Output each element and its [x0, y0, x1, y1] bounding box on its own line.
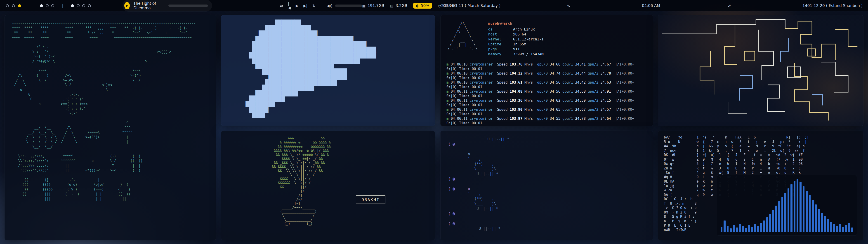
cava-bar — [842, 227, 844, 232]
maze-line — [700, 51, 714, 95]
cava-bar — [781, 197, 783, 232]
miner-log-timeline: 0:[0] Time: 00:01 — [446, 67, 647, 71]
maze-line — [740, 75, 752, 100]
workspace-group-a[interactable] — [40, 4, 54, 7]
cava-bar — [766, 217, 768, 232]
miner-log-line: m 04:06:11 cryptominer Speed 103.90 Mh/s… — [446, 107, 647, 112]
miner-log-timeline: 0:[0] Time: 00:01 — [446, 112, 647, 116]
ascii-map-art: ----------------------------------------… — [5, 15, 216, 207]
persian-date: 1401-12-20 ( Esfand Shanbeh ) — [802, 0, 863, 11]
cava-bar — [794, 181, 796, 232]
volume-icon[interactable]: ◀)) — [327, 4, 332, 8]
player-play-icon[interactable]: ▶ — [124, 2, 130, 9]
maze-line — [662, 20, 785, 34]
maze-line — [812, 95, 822, 105]
bar-system-icons — [6, 4, 21, 7]
workspace-dot[interactable] — [88, 4, 91, 7]
status-bar-right: 2023-03-11 ( March Saturday ) <-- 04:06 … — [434, 0, 868, 11]
cava-bar — [769, 214, 771, 232]
next-track-icon[interactable]: ▶| — [303, 4, 307, 8]
workspace-dot[interactable] — [71, 4, 74, 7]
cava-bar — [839, 224, 841, 232]
cava-bar — [742, 226, 744, 232]
music-player-widget[interactable]: ▶ The Fight of Dilemma — [123, 0, 212, 11]
maze-line — [800, 44, 835, 60]
cava-bars — [721, 179, 853, 232]
workspace-dot[interactable] — [76, 4, 80, 7]
calendar-next-arrow[interactable]: --> — [725, 0, 731, 11]
neofetch-row: kernel6.1.12-arch1-1 — [488, 37, 544, 42]
cava-bar — [800, 182, 801, 232]
workspace-group-b[interactable] — [71, 4, 91, 7]
shuffle-icon[interactable]: ⇄ — [280, 4, 283, 8]
maze-window[interactable] — [658, 15, 864, 126]
ascii-map-terminal[interactable]: ----------------------------------------… — [4, 15, 216, 240]
drakht-label: DRAKHT — [356, 195, 385, 204]
play-pause-icon[interactable]: ▶ — [296, 4, 298, 8]
aquarium-art-line: (**)____, — [448, 196, 645, 201]
percent-badge: ◐ 50% — [413, 3, 432, 8]
maze-line — [768, 85, 785, 111]
aquarium-art-line — [448, 147, 645, 152]
maze-line — [807, 49, 815, 56]
system-info-terminal[interactable]: /\ / \ /\ \ / \ / __ \ / | | \ /_-'' ''-… — [440, 15, 653, 126]
cava-bar — [763, 220, 765, 232]
neofetch-info: murphy@arch osArch Linuxhostx86_64kernel… — [488, 21, 544, 57]
cava-bar — [778, 201, 780, 232]
volume-bar[interactable] — [335, 4, 362, 7]
bonsai-terminal[interactable]: &&& && & &&&&&& & && &&&& & && &&&&&&&&&… — [221, 130, 435, 240]
network-icon[interactable] — [12, 4, 15, 7]
workspace-dot[interactable] — [51, 4, 54, 7]
aquarium-art-line: \___ )\ — [448, 201, 645, 206]
status-bar: ¦ ▶ The Fight of Dilemma ⇄ |◀ ▶ ▶| ↻ ◀)) — [0, 0, 868, 11]
aquarium-art-line: U ||--|| * — [448, 226, 645, 231]
disk-icon: ▣ — [362, 4, 366, 8]
cava-bar — [748, 225, 750, 232]
aquarium-art-line: ` ,_ — [448, 157, 645, 161]
cava-bar — [736, 227, 738, 232]
status-icon[interactable] — [18, 4, 21, 7]
cava-bar — [845, 225, 847, 232]
power-icon[interactable] — [6, 4, 9, 7]
miner-log: m 04:06:10 cryptominer Speed 103.76 Mh/s… — [440, 59, 653, 126]
cava-panel[interactable] — [717, 175, 857, 236]
workspace-dot[interactable] — [82, 4, 85, 7]
track-title: The Fight of Dilemma — [133, 1, 165, 10]
cava-bar — [815, 205, 817, 232]
pixel-blob-art: ████████ ██████████████ ████████████████… — [221, 15, 435, 118]
workspace-dot[interactable] — [46, 4, 49, 7]
disk-value: 191.7GB — [368, 3, 384, 8]
aquarium-terminal[interactable]: U ||--|| *( @ o ` ,_ (**)____, \___ )\ U… — [440, 130, 653, 240]
cava-bar — [824, 216, 826, 232]
aquarium-art-line — [448, 216, 645, 221]
repeat-icon[interactable]: ↻ — [312, 4, 315, 8]
percent-value: 50% — [421, 3, 430, 8]
miner-log-timeline: 0:[0] Time: 00:01 — [446, 103, 647, 107]
neofetch-title: murphy@arch — [488, 21, 544, 26]
aquarium-art: U ||--|| *( @ o ` ,_ (**)____, \___ )\ U… — [440, 131, 653, 237]
previous-track-icon[interactable]: |◀ — [288, 1, 291, 10]
cava-bar — [727, 226, 728, 232]
miner-log-timeline: 0:[0] Time: 00:01 — [446, 76, 647, 80]
media-controls: ⇄ |◀ ▶ ▶| ↻ ◀)) — [280, 1, 362, 10]
aquarium-art-line: ` ,_ — [448, 191, 645, 196]
cava-bar — [739, 224, 741, 232]
maze-line — [724, 25, 737, 65]
miner-log-timeline: 0:[0] Time: 00:01 — [446, 85, 647, 89]
cava-bar — [818, 209, 819, 232]
workspace-dot[interactable] — [40, 4, 43, 7]
pixel-blob-window[interactable]: ████████ ██████████████ ████████████████… — [221, 15, 435, 126]
cava-bar — [754, 224, 756, 232]
neofetch-row: pkgs911 — [488, 47, 544, 52]
matrix-terminal[interactable]: b#/ Yd 1 '{ j m F#X E G . R| |: ;| 5 u| … — [658, 130, 864, 240]
aquarium-art-line — [448, 181, 645, 186]
miner-log-timeline: 0:[0] Time: 00:01 — [446, 94, 647, 98]
brightness-icon: ◐ — [416, 3, 419, 8]
cava-bar — [730, 228, 732, 232]
cava-bar — [848, 223, 850, 232]
cava-bar — [751, 227, 753, 232]
aquarium-art-line: ( @ — [448, 211, 645, 216]
track-progress-bar[interactable] — [168, 4, 208, 7]
maze-line — [785, 21, 812, 44]
bonsai-art: &&& && & &&&&&& & && &&&& & && &&&&&&&&&… — [221, 131, 435, 226]
